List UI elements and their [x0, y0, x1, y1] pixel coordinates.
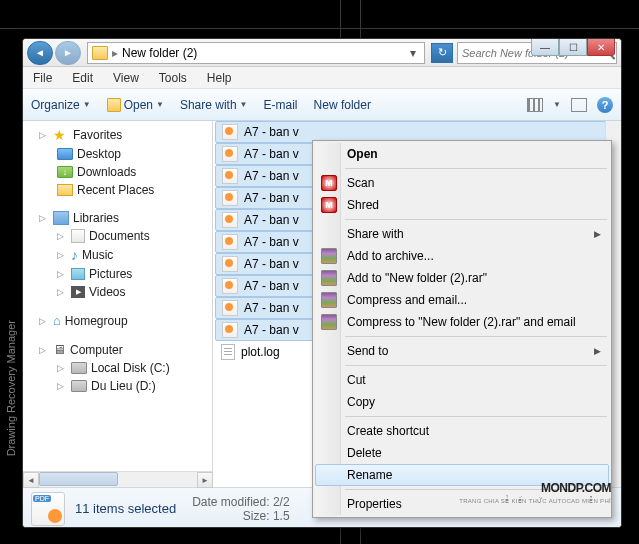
selection-icon	[31, 492, 65, 526]
dwg-file-icon	[222, 146, 238, 162]
breadcrumb-chevron-icon: ▸	[112, 46, 118, 60]
nav-back-button[interactable]: ◄	[27, 41, 53, 65]
dwg-file-icon	[222, 300, 238, 316]
nav-forward-button[interactable]: ►	[55, 41, 81, 65]
help-icon[interactable]: ?	[597, 97, 613, 113]
file-name: A7 - ban v	[244, 147, 299, 161]
email-button[interactable]: E-mail	[264, 98, 298, 112]
dwg-file-icon	[222, 322, 238, 338]
submenu-arrow-icon: ▶	[594, 346, 601, 356]
ctx-scan[interactable]: MScan	[315, 172, 609, 194]
organize-button[interactable]: Organize▼	[31, 98, 91, 112]
mcafee-icon: M	[321, 197, 337, 213]
scrollbar-thumb[interactable]	[39, 472, 118, 486]
view-options-button[interactable]	[527, 98, 543, 112]
open-icon	[107, 98, 121, 112]
dwg-file-icon	[222, 234, 238, 250]
dwg-file-icon	[222, 124, 238, 140]
context-menu: Open MScan MShred Share with▶ Add to arc…	[312, 140, 612, 518]
tree-local-disk[interactable]: ▷Local Disk (C:)	[23, 359, 212, 377]
tree-favorites[interactable]: ▷★Favorites	[23, 125, 212, 145]
tree-pictures[interactable]: ▷Pictures	[23, 265, 212, 283]
pictures-icon	[71, 268, 85, 280]
close-button[interactable]: ✕	[587, 38, 615, 56]
file-name: A7 - ban v	[244, 125, 299, 139]
mcafee-icon: M	[321, 175, 337, 191]
dwg-file-icon	[222, 168, 238, 184]
menu-view[interactable]: View	[109, 69, 143, 87]
ctx-compress-rar-email[interactable]: Compress to "New folder (2).rar" and ema…	[315, 311, 609, 333]
scroll-right-button[interactable]: ►	[197, 472, 213, 488]
menubar: File Edit View Tools Help	[23, 67, 621, 89]
breadcrumb-path[interactable]: New folder (2)	[122, 46, 406, 60]
ctx-copy[interactable]: Copy	[315, 391, 609, 413]
recent-icon	[57, 184, 73, 196]
menu-file[interactable]: File	[29, 69, 56, 87]
menu-help[interactable]: Help	[203, 69, 236, 87]
scroll-left-button[interactable]: ◄	[23, 472, 39, 488]
documents-icon	[71, 229, 85, 243]
ctx-share-with[interactable]: Share with▶	[315, 223, 609, 245]
tree-libraries[interactable]: ▷Libraries	[23, 209, 212, 227]
computer-icon: 🖥	[53, 342, 66, 357]
refresh-button[interactable]: ↻	[431, 43, 453, 63]
disk-icon	[71, 362, 87, 374]
file-name: A7 - ban v	[244, 257, 299, 271]
maximize-button[interactable]: ☐	[559, 38, 587, 56]
dwg-file-icon	[222, 212, 238, 228]
ctx-add-archive[interactable]: Add to archive...	[315, 245, 609, 267]
tree-recent[interactable]: Recent Places	[23, 181, 212, 199]
ctx-compress-email[interactable]: Compress and email...	[315, 289, 609, 311]
share-with-button[interactable]: Share with▼	[180, 98, 248, 112]
file-name: A7 - ban v	[244, 323, 299, 337]
ctx-send-to[interactable]: Send to▶	[315, 340, 609, 362]
tree-desktop[interactable]: Desktop	[23, 145, 212, 163]
submenu-arrow-icon: ▶	[594, 229, 601, 239]
ctx-shred[interactable]: MShred	[315, 194, 609, 216]
watermark: MONDP.COM TRANG CHIA SẺ KIẾN THỨC AUTOCA…	[459, 476, 611, 504]
tree-computer[interactable]: ▷🖥Computer	[23, 340, 212, 359]
address-dropdown-icon[interactable]: ▾	[406, 46, 420, 60]
window-controls: — ☐ ✕	[531, 38, 615, 56]
file-name: A7 - ban v	[244, 235, 299, 249]
videos-icon	[71, 286, 85, 298]
libraries-icon	[53, 211, 69, 225]
file-name: A7 - ban v	[244, 301, 299, 315]
preview-pane-button[interactable]	[571, 98, 587, 112]
ctx-delete[interactable]: Delete	[315, 442, 609, 464]
ctx-cut[interactable]: Cut	[315, 369, 609, 391]
selection-count: 11 items selected	[75, 501, 176, 516]
winrar-icon	[321, 248, 337, 264]
address-bar[interactable]: ▸ New folder (2) ▾	[87, 42, 425, 64]
tree-music[interactable]: ▷♪Music	[23, 245, 212, 265]
tree-videos[interactable]: ▷Videos	[23, 283, 212, 301]
navigation-tree[interactable]: ▷★Favorites Desktop Downloads Recent Pla…	[23, 121, 213, 487]
new-folder-button[interactable]: New folder	[314, 98, 371, 112]
dwg-file-icon	[222, 256, 238, 272]
ctx-create-shortcut[interactable]: Create shortcut	[315, 420, 609, 442]
menu-tools[interactable]: Tools	[155, 69, 191, 87]
ctx-open[interactable]: Open	[315, 143, 609, 165]
winrar-icon	[321, 314, 337, 330]
tree-du-lieu[interactable]: ▷Du Lieu (D:)	[23, 377, 212, 395]
file-name: A7 - ban v	[244, 191, 299, 205]
menu-edit[interactable]: Edit	[68, 69, 97, 87]
winrar-icon	[321, 292, 337, 308]
dwg-file-icon	[222, 278, 238, 294]
file-name: A7 - ban v	[244, 213, 299, 227]
minimize-button[interactable]: —	[531, 38, 559, 56]
tree-documents[interactable]: ▷Documents	[23, 227, 212, 245]
tree-homegroup[interactable]: ▷⌂Homegroup	[23, 311, 212, 330]
sidebar-panel-title: Drawing Recovery Manager	[5, 320, 17, 456]
homegroup-icon: ⌂	[53, 313, 61, 328]
dwg-file-icon	[222, 190, 238, 206]
log-file-icon	[221, 344, 235, 360]
winrar-icon	[321, 270, 337, 286]
ctx-add-rar[interactable]: Add to "New folder (2).rar"	[315, 267, 609, 289]
open-button[interactable]: Open▼	[107, 98, 164, 112]
downloads-icon	[57, 166, 73, 178]
folder-icon	[92, 46, 108, 60]
tree-downloads[interactable]: Downloads	[23, 163, 212, 181]
disk-icon	[71, 380, 87, 392]
tree-horizontal-scrollbar[interactable]: ◄ ►	[23, 471, 213, 487]
